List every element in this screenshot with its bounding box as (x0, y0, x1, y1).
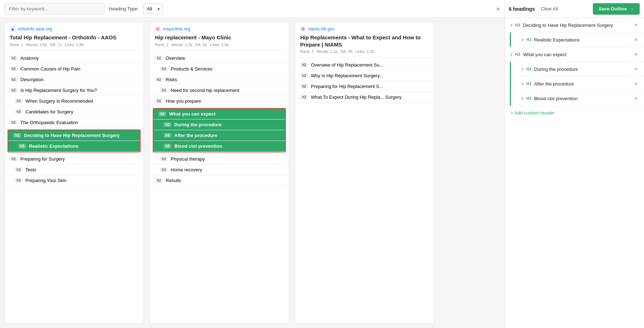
chevron-icon[interactable]: ∨ (521, 81, 524, 86)
heading-level-badge: h2 (155, 77, 163, 82)
heading-item[interactable]: h2Results (150, 175, 289, 186)
heading-level-badge: h2 (158, 112, 166, 116)
heading-item[interactable]: h2How you prepare (150, 96, 289, 107)
heading-item[interactable]: h2What you can expect (153, 109, 285, 119)
outline-level-badge: H3 (526, 96, 531, 101)
heading-item[interactable]: h3Physical therapy (150, 154, 289, 165)
source-url-link[interactable]: orthoinfo.aaos.org (18, 26, 52, 31)
chevron-icon[interactable]: ∨ (521, 96, 524, 101)
source-header-aaos: ◉orthoinfo.aaos.orgTotal Hip Replacement… (5, 23, 143, 51)
heading-level-badge: h3 (160, 67, 168, 71)
selected-group: h2Deciding to Have Hip Replacement Surge… (8, 129, 141, 152)
heading-item[interactable]: h2Why Is Hip Replacement Surgery... (295, 70, 434, 81)
chevron-icon[interactable]: ∨ (510, 52, 513, 57)
heading-item[interactable]: h3Realistic Expectations (8, 141, 140, 152)
heading-item[interactable]: h2Overview of Hip Replacement Su... (295, 60, 434, 70)
heading-level-badge: h3 (160, 157, 168, 161)
heading-text: Anatomy (20, 55, 39, 61)
heading-item[interactable]: h2Deciding to Have Hip Replacement Surge… (8, 130, 140, 141)
source-domain-row: Mmayoclinic.org (155, 26, 284, 32)
heading-item[interactable]: h3Products & Services (150, 64, 289, 74)
heading-item[interactable]: h2Preparing for Surgery (5, 154, 143, 165)
remove-outline-item-button[interactable]: × (633, 95, 639, 102)
links-meta: Links: 1.2k (355, 49, 374, 54)
heading-item[interactable]: h3Blood clot prevention (153, 141, 285, 152)
source-header-mayo: Mmayoclinic.orgHip replacement - Mayo Cl… (150, 23, 289, 51)
remove-outline-item-button[interactable]: × (633, 65, 639, 73)
heading-text: Need for second hip replacement (171, 88, 239, 93)
source-column-mayo: Mmayoclinic.orgHip replacement - Mayo Cl… (150, 22, 289, 324)
add-custom-header-button[interactable]: + Add custom header (505, 106, 644, 120)
heading-item[interactable]: h3After the procedure (153, 130, 285, 141)
heading-level-badge: h2 (10, 77, 18, 82)
heading-level-badge: h3 (164, 144, 171, 148)
heading-item[interactable]: h2Common Causes of Hip Pain (5, 64, 143, 74)
heading-text: Preparing for Hip Replacement S... (311, 84, 383, 89)
chevron-icon[interactable]: ∨ (521, 67, 524, 72)
outline-item: ∨H2What you can expect× (505, 47, 644, 62)
heading-item[interactable]: h2What To Expect During Hip Repla... Sur… (295, 92, 434, 103)
heading-item[interactable]: h3During the procedure (153, 119, 285, 130)
heading-item[interactable]: h2Description (5, 74, 143, 85)
heading-item[interactable]: h2Overview (150, 53, 289, 64)
source-meta: Rank: 3Words: 1.1kDA: 95Links: 1.2k (300, 49, 429, 54)
heading-item[interactable]: h3Preparing Your Skin (5, 175, 143, 186)
outline-level-badge: H3 (526, 82, 531, 86)
save-outline-label: Save Outline (599, 6, 627, 11)
heading-item[interactable]: h3Tests (5, 165, 143, 175)
heading-item[interactable]: h3Home recovery (150, 165, 289, 175)
heading-item[interactable]: h3Candidates for Surgery (5, 107, 143, 117)
heading-level-badge: h3 (164, 122, 171, 127)
heading-level-badge: h3 (164, 133, 171, 138)
main-layout: ◉orthoinfo.aaos.orgTotal Hip Replacement… (0, 18, 644, 328)
heading-item[interactable]: h3When Surgery Is Recommended (5, 96, 143, 107)
da-meta: DA: 91 (195, 43, 207, 47)
heading-text: The Orthopaedic Evaluation (20, 120, 78, 125)
heading-type-label: Heading Type: (109, 6, 139, 11)
heading-item[interactable]: h2The Orthopaedic Evaluation (5, 117, 143, 128)
chevron-icon[interactable]: ∨ (521, 37, 524, 42)
heading-item[interactable]: h2Risks (150, 74, 289, 85)
save-outline-arrow-icon: → (629, 6, 634, 12)
clear-all-button[interactable]: Clear All (538, 5, 560, 13)
heading-level-badge: h2 (300, 95, 308, 99)
words-meta: Words: 1.1k (317, 49, 338, 54)
outline-item: ∨H3After the procedure× (510, 77, 644, 91)
source-header-niams: Nniams.nih.govHip Replacements - What to… (295, 23, 434, 58)
heading-item[interactable]: h3Need for second hip replacement (150, 85, 289, 96)
expand-icon[interactable]: » (496, 5, 500, 13)
save-outline-button[interactable]: Save Outline → (593, 3, 640, 15)
source-favicon: ◉ (10, 26, 15, 32)
heading-level-badge: h3 (15, 167, 23, 172)
heading-type-select[interactable]: All (143, 4, 163, 14)
heading-text: Preparing for Surgery (20, 156, 65, 162)
heading-item[interactable]: h2Is Hip Replacement Surgery for You? (5, 85, 143, 96)
remove-outline-item-button[interactable]: × (633, 21, 639, 29)
source-url-link[interactable]: niams.nih.gov (308, 26, 335, 31)
source-title: Hip Replacements - What to Expect and Ho… (300, 34, 429, 48)
heading-item[interactable]: h2Anatomy (5, 53, 143, 64)
heading-text: After the procedure (174, 133, 218, 138)
heading-text: Overview of Hip Replacement Su... (311, 62, 383, 68)
remove-outline-item-button[interactable]: × (633, 51, 639, 58)
remove-outline-item-button[interactable]: × (633, 80, 639, 87)
outline-item: ∨H3During the procedure× (510, 62, 644, 77)
outline-item-text: Deciding to Have Hip Replacement Surgery (523, 23, 631, 28)
keyword-filter-input[interactable] (4, 3, 104, 15)
remove-outline-item-button[interactable]: × (633, 36, 639, 43)
heading-text: What To Expect During Hip Repla... Surge… (311, 94, 401, 100)
outline-item-text: During the procedure (534, 67, 631, 72)
heading-text: Results (166, 178, 181, 183)
heading-level-badge: h2 (10, 56, 18, 60)
outline-level-badge: H3 (526, 67, 531, 71)
da-meta: DA: 71 (50, 43, 62, 47)
heading-item[interactable]: h2Preparing for Hip Replacement S... (295, 81, 434, 92)
rank-meta: Rank: 1 (10, 43, 23, 47)
outline-header-area: 6 headings Clear All Save Outline → (504, 0, 644, 18)
source-url-link[interactable]: mayoclinic.org (163, 26, 190, 31)
heading-text: How you prepare (166, 98, 201, 104)
heading-level-badge: h3 (15, 178, 23, 183)
headings-count: 6 headings (509, 6, 535, 12)
headings-list: h2Anatomyh2Common Causes of Hip Painh2De… (5, 51, 143, 324)
chevron-icon[interactable]: ∨ (510, 23, 513, 28)
